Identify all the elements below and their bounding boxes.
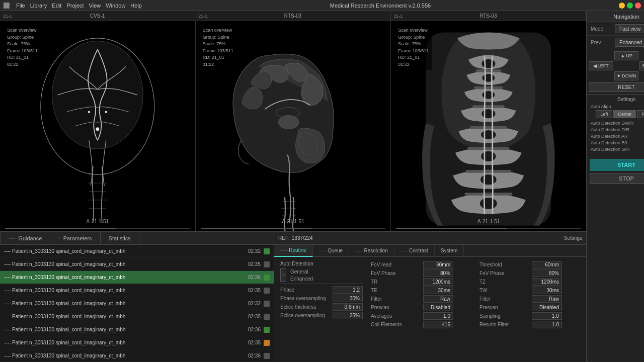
param-value: 60mm — [423, 261, 453, 268]
param-value: 80% — [423, 269, 453, 277]
svg-point-18 — [480, 198, 497, 209]
right-button[interactable]: RIGHT ▶ — [639, 61, 644, 70]
svg-rect-20 — [474, 86, 503, 89]
param-value: Raw — [423, 295, 453, 303]
settings-button[interactable]: Settings — [564, 235, 582, 241]
viewer-panel-1[interactable]: Scan overview Group: Spine Scale: 75% Fr… — [0, 21, 196, 231]
queue-item[interactable]: ---- Patient n_3003130 spinal_cord_imagi… — [0, 336, 274, 349]
queue-item[interactable]: ---- Patient n_3003130 spinal_cord_imagi… — [0, 271, 274, 284]
param-label: Sclice oversampling — [280, 313, 331, 318]
param-tab-routine[interactable]: ---- Routine — [274, 245, 313, 257]
svg-rect-0 — [4, 3, 9, 8]
viewer-panel-2[interactable]: Scan overview Group: Spine Scale: 75% Fr… — [196, 21, 391, 231]
scan-info-1: Scan overview Group: Spine Scale: 75% Fr… — [4, 25, 41, 70]
general-checkbox[interactable] — [280, 268, 286, 275]
queue-item[interactable]: ---- Patient n_3003130 spinal_cord_imagi… — [0, 310, 274, 323]
svg-point-16 — [481, 151, 496, 161]
svg-point-5 — [88, 111, 91, 113]
param-row: FoV read60mm — [371, 261, 471, 268]
nav-header: Navigation — [587, 11, 644, 22]
detection-rows: Auto Detection DW/RAuto Detection D/RAut… — [591, 120, 644, 152]
param-row: Sampling1.0 — [479, 312, 580, 320]
menu-help[interactable]: Help — [130, 3, 142, 9]
menu-view[interactable]: View — [89, 3, 101, 9]
detection-label: Auto Detection AR — [591, 134, 628, 139]
detection-label: Auto Detection DW/R — [591, 121, 634, 126]
param-tab-label: Resolution — [364, 248, 387, 253]
param-tab-label: Queue — [328, 248, 343, 253]
param-row: FoV Phase80% — [479, 269, 580, 277]
param-tab-queue[interactable]: ---- Queue — [313, 245, 349, 257]
queue-item[interactable]: ---- Patient n_3003130 spinal_cord_imagi… — [0, 349, 274, 362]
menu-project[interactable]: Project — [66, 3, 84, 9]
viewer-panels: Scan overview Group: Spine Scale: 75% Fr… — [0, 21, 586, 231]
down-label: DOWN — [622, 73, 636, 78]
content-area: 21-1 CVS-1 21-1 RTS-03 21-1 RTS-03 Scan … — [0, 11, 586, 362]
up-button[interactable]: ▲ UP — [614, 51, 639, 60]
align-center-btn[interactable]: Center — [613, 110, 636, 118]
tab-guidance[interactable]: ---- Guidance — [0, 232, 50, 245]
queue-item[interactable]: ---- Patient n_3003130 spinal_cord_imagi… — [0, 323, 274, 336]
left-bottom: ---- Guidance - Parameters Statistics --… — [0, 232, 274, 362]
param-tab-contrast[interactable]: ---- Contrast — [394, 245, 435, 257]
param-label: FoV Phase — [371, 270, 421, 276]
auto-detect-enhanced-row: Enhanced — [280, 276, 363, 282]
left-button[interactable]: ◀ LEFT — [589, 61, 613, 70]
param-row: Threshold60mm — [479, 261, 580, 268]
panel-header-3: 21-1 RTS-03 — [391, 11, 586, 21]
nav-mode-label: Mode — [591, 26, 611, 32]
svg-rect-19 — [476, 69, 501, 72]
params-content: Auto Detection General Enhanced — [274, 257, 586, 362]
queue-item[interactable]: ---- Patient n_3003130 spinal_cord_imagi… — [0, 245, 274, 258]
queue-item-time: 02:35 — [248, 261, 261, 267]
stop-button[interactable]: STOP — [590, 173, 644, 184]
param-tab-system[interactable]: System — [435, 245, 464, 257]
param-label: Filter — [479, 296, 530, 302]
tab-statistics[interactable]: Statistics — [101, 232, 139, 245]
param-label: Sclice thickness — [280, 304, 331, 310]
start-stop-section: START STOP — [587, 155, 644, 186]
menu-edit[interactable]: Edit — [52, 3, 61, 9]
param-row: Coil ElementsK16 — [371, 321, 471, 328]
param-value: 30ms — [423, 287, 453, 294]
down-button[interactable]: ▼ DOWN — [614, 71, 639, 80]
align-left-btn[interactable]: Left — [596, 110, 612, 118]
enhanced-checkbox[interactable] — [280, 276, 286, 282]
param-tab-resolution[interactable]: ---- Resolution — [349, 245, 394, 257]
tab-statistics-label: Statistics — [109, 235, 131, 241]
queue-item[interactable]: ---- Patient n_3003130 spinal_cord_imagi… — [0, 258, 274, 271]
svg-rect-21 — [473, 105, 505, 108]
minimize-button[interactable] — [619, 3, 625, 9]
svg-point-14 — [482, 109, 496, 118]
svg-point-15 — [481, 130, 496, 139]
params-col1: Phase1.2Phase oversampling30%Sclice thic… — [280, 286, 363, 319]
viewer-scrollbar-1[interactable] — [5, 228, 190, 229]
viewer-panel-3[interactable]: Scan overview Group: Spine Scale: 75% Fr… — [391, 21, 586, 231]
close-button[interactable] — [635, 3, 641, 9]
svg-point-8 — [278, 116, 299, 129]
auto-align-row: Auto Align — [591, 104, 644, 109]
param-label: Threshold — [479, 262, 530, 267]
svg-rect-22 — [470, 126, 507, 129]
param-label: Prescan — [371, 305, 421, 310]
menu-library[interactable]: Library — [30, 3, 47, 9]
menu-window[interactable]: Window — [106, 3, 125, 9]
queue-item[interactable]: ---- Patient n_3003130 spinal_cord_imagi… — [0, 284, 274, 297]
tab-parameters[interactable]: - Parameters — [50, 232, 100, 245]
detection-label: Auto Detection B0 — [591, 140, 627, 145]
start-button[interactable]: START — [590, 159, 644, 171]
nav-prev-row: Prev Enhanced ▼ — [587, 36, 644, 49]
reset-button[interactable]: RESET — [589, 82, 644, 92]
viewer-scrollbar-3[interactable] — [396, 228, 581, 229]
svg-rect-24 — [466, 170, 511, 173]
detection-label: Auto Detection D/R — [591, 127, 629, 132]
panel-label-2: RTS-03 — [284, 13, 301, 19]
align-right-btn[interactable]: Right — [637, 110, 644, 118]
queue-item[interactable]: ---- Patient n_3003130 spinal_cord_imagi… — [0, 297, 274, 310]
nav-mode-select[interactable]: Fast view — [615, 24, 644, 33]
param-value: 1.0 — [532, 321, 562, 328]
nav-prev-select[interactable]: Enhanced — [615, 38, 644, 47]
menu-file[interactable]: File — [16, 3, 25, 9]
maximize-button[interactable] — [627, 3, 633, 9]
viewer-scrollbar-2[interactable] — [201, 228, 386, 229]
